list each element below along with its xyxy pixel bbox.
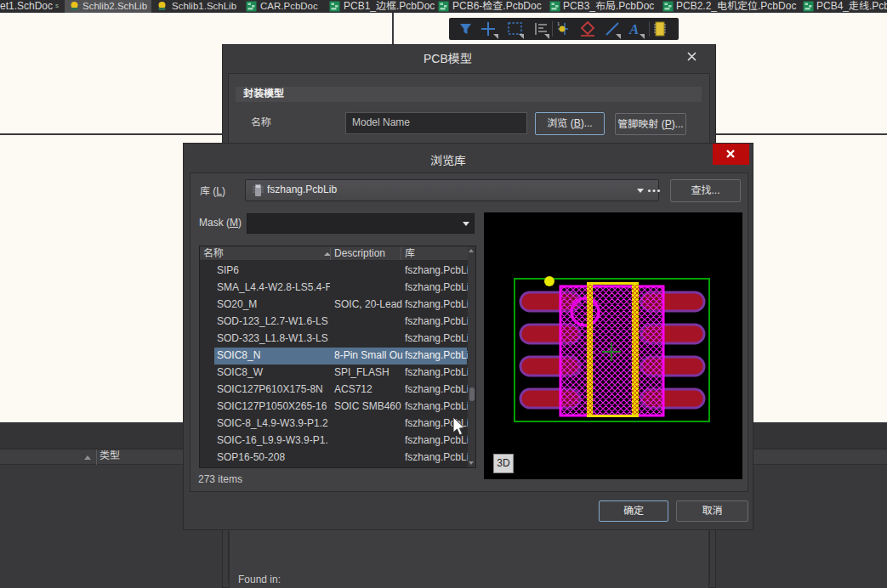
svg-text:1: 1 — [557, 21, 560, 26]
svg-text:A: A — [628, 21, 639, 37]
